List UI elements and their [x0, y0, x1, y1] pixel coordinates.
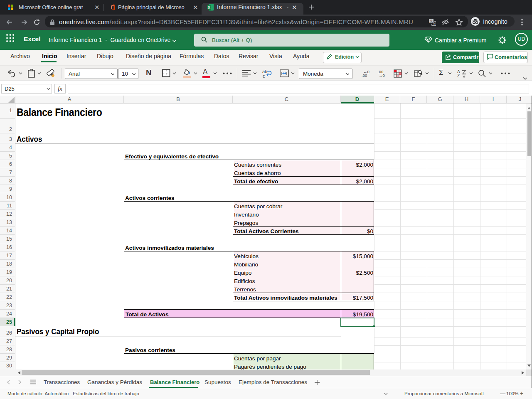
svg-text:c: c [263, 74, 265, 79]
svg-text:→0: →0 [379, 73, 385, 77]
svg-text:A: A [433, 22, 435, 26]
svg-text:.00: .00 [362, 73, 367, 77]
svg-text:X: X [208, 5, 211, 10]
svg-text:Z: Z [457, 74, 460, 78]
